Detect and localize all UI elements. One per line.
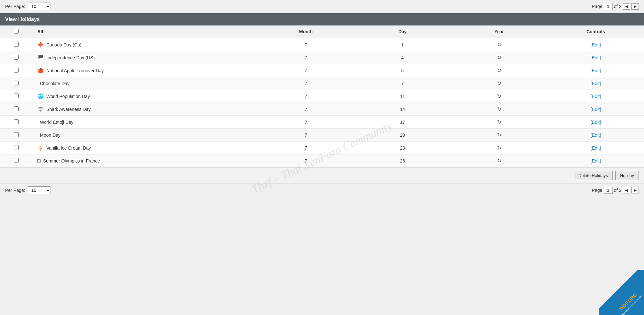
row-checkbox-7[interactable]: [14, 119, 19, 124]
row-day-8: 20: [354, 129, 451, 142]
row-day-6: 14: [354, 103, 451, 116]
row-day-2: 4: [354, 51, 451, 64]
row-month-6: 7: [258, 103, 354, 116]
holiday-icon-6: 🦈: [37, 106, 44, 112]
holiday-name-3: National Apple Turnover Day: [46, 68, 104, 73]
bottom-page-prev-btn[interactable]: ◀: [623, 187, 630, 193]
edit-link-6[interactable]: [Edit]: [591, 107, 601, 112]
row-month-8: 7: [258, 129, 354, 142]
edit-link-5[interactable]: [Edit]: [591, 94, 601, 99]
table-row: 🍎 National Apple Turnover Day 7 5 ↻ [Edi…: [0, 64, 644, 77]
holiday-icon-1: 🍁: [37, 42, 44, 48]
section-title: View Holidays: [5, 16, 40, 22]
holiday-name-9: Vanilla Ice Cream Day: [46, 145, 91, 151]
th-name: All: [32, 25, 258, 38]
recurring-icon-8[interactable]: ↻: [497, 132, 501, 138]
recurring-icon-3[interactable]: ↻: [497, 68, 501, 73]
holiday-name-2: Independence Day (US): [46, 55, 95, 60]
page-wrapper: Per Page: 10 25 50 100 Page 1 of 2 ◀ ▶ V…: [0, 0, 644, 197]
row-year-2: ↻: [451, 51, 547, 64]
recurring-icon-9[interactable]: ↻: [497, 145, 501, 151]
holiday-icon-10: □: [37, 158, 41, 164]
holiday-name-6: Shark Awareness Day: [46, 107, 90, 112]
row-checkbox-1[interactable]: [14, 42, 19, 47]
edit-link-4[interactable]: [Edit]: [591, 81, 601, 86]
add-holiday-button[interactable]: Holiday: [615, 171, 639, 180]
edit-link-10[interactable]: [Edit]: [591, 158, 601, 163]
row-year-7: ↻: [451, 116, 547, 129]
recurring-icon-6[interactable]: ↻: [497, 106, 501, 112]
row-year-10: ↻: [451, 154, 547, 167]
row-name-cell-5: 🌐 World Population Day: [32, 90, 258, 103]
recurring-icon-2[interactable]: ↻: [497, 55, 501, 60]
row-name-cell-6: 🦈 Shark Awareness Day: [32, 103, 258, 116]
row-checkbox-10[interactable]: [14, 158, 19, 163]
bottom-bar: Per Page: 10 25 50 100 Page 1 of 2 ◀ ▶: [0, 183, 644, 197]
table-row: World Emoji Day 7 17 ↻ [Edit]: [0, 116, 644, 129]
row-controls-3: [Edit]: [547, 64, 644, 77]
bottom-pagination-section: Page 1 of 2 ◀ ▶: [592, 187, 639, 194]
edit-link-9[interactable]: [Edit]: [591, 145, 601, 151]
recurring-icon-1[interactable]: ↻: [497, 42, 501, 47]
holiday-icon-2: 🏴: [37, 54, 44, 61]
row-checkbox-4[interactable]: [14, 81, 19, 85]
row-checkbox-cell: [0, 129, 32, 142]
recurring-icon-7[interactable]: ↻: [497, 119, 501, 125]
th-day: Day: [354, 25, 451, 38]
th-controls: Controls: [547, 25, 644, 38]
row-year-6: ↻: [451, 103, 547, 116]
row-checkbox-5[interactable]: [14, 94, 19, 98]
top-page-prev-btn[interactable]: ◀: [623, 3, 630, 10]
bottom-page-next-btn[interactable]: ▶: [631, 187, 639, 193]
edit-link-2[interactable]: [Edit]: [591, 55, 601, 60]
edit-link-3[interactable]: [Edit]: [591, 68, 601, 73]
row-day-7: 17: [354, 116, 451, 129]
bottom-page-total: 2: [619, 188, 621, 193]
th-checkbox: [0, 25, 32, 38]
select-all-checkbox[interactable]: [14, 29, 19, 34]
row-day-9: 23: [354, 142, 451, 154]
row-checkbox-cell: [0, 64, 32, 77]
delete-holidays-button[interactable]: Delete Holidays: [574, 171, 613, 180]
table-row: 🌐 World Population Day 7 11 ↻ [Edit]: [0, 90, 644, 103]
row-month-4: 7: [258, 77, 354, 90]
row-checkbox-9[interactable]: [14, 145, 19, 150]
row-year-4: ↻: [451, 77, 547, 90]
row-name-cell-4: Chocolate Day: [32, 77, 258, 90]
row-year-3: ↻: [451, 64, 547, 77]
row-controls-5: [Edit]: [547, 90, 644, 103]
top-per-page-select[interactable]: 10 25 50 100: [28, 3, 51, 10]
top-page-next-btn[interactable]: ▶: [631, 3, 639, 10]
row-year-9: ↻: [451, 142, 547, 154]
edit-link-8[interactable]: [Edit]: [591, 133, 601, 138]
row-name-cell-10: □ Summer Olympics in France: [32, 154, 258, 167]
footer-actions: Delete Holidays Holiday: [0, 167, 644, 183]
row-checkbox-cell: [0, 38, 32, 51]
top-pagination-section: Page 1 of 2 ◀ ▶: [592, 3, 639, 10]
top-page-of: of: [614, 4, 618, 9]
recurring-icon-4[interactable]: ↻: [497, 81, 501, 86]
row-controls-2: [Edit]: [547, 51, 644, 64]
row-month-1: 7: [258, 38, 354, 51]
top-per-page-label: Per Page:: [5, 4, 25, 9]
row-name-cell-7: World Emoji Day: [32, 116, 258, 129]
row-name-cell-1: 🍁 Canada Day (Ca): [32, 38, 258, 51]
holiday-name-5: World Population Day: [46, 94, 90, 99]
row-day-3: 5: [354, 64, 451, 77]
row-month-9: 7: [258, 142, 354, 154]
row-month-2: 7: [258, 51, 354, 64]
top-page-total: 2: [619, 4, 621, 9]
bottom-page-label: Page: [592, 188, 602, 193]
row-checkbox-6[interactable]: [14, 106, 19, 111]
bottom-per-page-select[interactable]: 10 25 50 100: [28, 186, 51, 194]
row-checkbox-8[interactable]: [14, 132, 19, 137]
table-row: 🦈 Shark Awareness Day 7 14 ↻ [Edit]: [0, 103, 644, 116]
edit-link-7[interactable]: [Edit]: [591, 120, 601, 125]
row-checkbox-3[interactable]: [14, 68, 19, 73]
recurring-icon-5[interactable]: ↻: [497, 94, 501, 99]
top-page-number: 1: [604, 3, 613, 10]
row-checkbox-2[interactable]: [14, 55, 19, 60]
holidays-table: All Month Day Year Controls 🍁 Canada Day…: [0, 25, 644, 167]
recurring-icon-10[interactable]: ↻: [497, 158, 501, 163]
edit-link-1[interactable]: [Edit]: [591, 42, 601, 47]
